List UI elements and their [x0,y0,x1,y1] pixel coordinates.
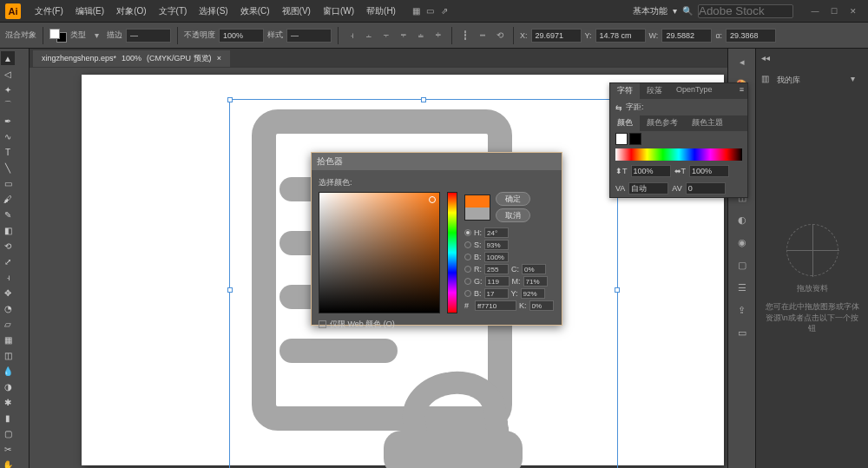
rectangle-tool[interactable]: ▭ [1,176,15,190]
menu-window[interactable]: 窗口(W) [318,3,359,20]
color-field[interactable] [319,192,440,313]
web-only-checkbox[interactable] [319,320,326,328]
r-radio[interactable] [464,266,471,273]
eyedropper-tool[interactable]: 💧 [1,364,15,378]
c-input[interactable] [522,264,546,274]
align-left-icon[interactable]: ⫞ [345,29,358,43]
hue-radio[interactable] [464,229,471,236]
w-input[interactable]: 29.5882 [661,29,712,43]
width-tool[interactable]: ⫞ [1,270,15,284]
distribute-h-icon[interactable]: ┇ [458,29,472,43]
graphic-styles-panel-icon[interactable]: ▢ [733,255,752,274]
transform-icon[interactable]: ⟲ [493,29,507,43]
opacity-dropdown[interactable]: 100% [219,29,264,43]
publish-icon[interactable]: ⇗ [437,4,451,18]
vscale-input[interactable] [689,165,729,177]
ok-button[interactable]: 确定 [496,192,530,206]
tab-color-theme[interactable]: 颜色主题 [685,115,730,131]
tab-character[interactable]: 字符 [610,83,640,99]
menu-effect[interactable]: 效果(C) [235,3,275,20]
search-input[interactable] [698,4,793,18]
sat-radio[interactable] [464,241,471,248]
y-input[interactable]: 14.78 cm [595,29,646,43]
hue-slider[interactable] [447,192,457,313]
chevron-down-icon[interactable]: ▾ [851,74,863,86]
artboard-tool[interactable]: ▢ [1,426,15,440]
align-bottom-icon[interactable]: ⫩ [431,29,445,43]
minimize-button[interactable]: — [806,5,825,17]
selection-handle[interactable] [227,287,233,293]
character-panel[interactable]: 字符 段落 OpenType ≡ ⇆ 字距: 颜色 颜色参考 颜色主题 ⬍T ⬌… [609,82,748,198]
menu-select[interactable]: 选择(S) [194,3,233,20]
scale-tool[interactable]: ⤢ [1,254,15,268]
blend-tool[interactable]: ◑ [1,379,15,393]
distribute-v-icon[interactable]: ┅ [476,29,490,43]
shape-builder-tool[interactable]: ◔ [1,301,15,315]
tracking-input[interactable] [628,182,668,194]
menu-edit[interactable]: 编辑(E) [70,3,109,20]
panel-collapse-icon[interactable]: ◂◂ [761,53,773,65]
menu-help[interactable]: 帮助(H) [361,3,401,20]
angle-input[interactable]: 29.3868 [726,29,776,43]
tab-color[interactable]: 颜色 [610,115,640,131]
swatch-white[interactable] [615,133,628,145]
g-input[interactable] [485,276,510,287]
drop-target-icon[interactable] [786,224,838,276]
menu-view[interactable]: 视图(V) [277,3,316,20]
align-right-icon[interactable]: ⫟ [379,29,393,43]
mesh-tool[interactable]: ▦ [1,333,15,346]
m-input[interactable] [523,276,548,287]
selection-handle[interactable] [227,97,233,102]
stroke-weight-dropdown[interactable]: — [126,29,171,43]
menu-file[interactable]: 文件(F) [30,3,69,20]
paintbrush-tool[interactable]: 🖌 [1,192,15,206]
layers-panel-icon[interactable]: ☰ [733,278,752,297]
bv-input[interactable] [484,288,509,299]
artboards-panel-icon[interactable]: ▭ [733,323,752,342]
eraser-tool[interactable]: ◧ [1,223,15,237]
maximize-button[interactable]: ☐ [825,5,844,17]
type-tool[interactable]: T [1,145,15,159]
direct-selection-tool[interactable]: ◁ [1,67,15,81]
perspective-tool[interactable]: ▱ [1,317,15,331]
selection-handle[interactable] [615,287,620,293]
rotate-tool[interactable]: ⟲ [1,239,15,253]
cancel-button[interactable]: 取消 [496,208,530,222]
style-dropdown[interactable]: — [286,29,332,43]
r-input[interactable] [484,264,509,274]
align-center-v-icon[interactable]: ⫨ [414,29,428,43]
g-radio[interactable] [464,278,471,285]
h-input[interactable] [484,227,509,238]
dialog-title[interactable]: 拾色器 [312,153,562,170]
tab-paragraph[interactable]: 段落 [640,83,669,99]
curvature-tool[interactable]: ∿ [1,129,15,143]
align-top-icon[interactable]: ⫧ [397,29,411,43]
hand-tool[interactable]: ✋ [1,458,15,468]
menu-object[interactable]: 对象(O) [111,3,151,20]
color-field-cursor[interactable] [429,196,436,203]
free-transform-tool[interactable]: ✥ [1,286,15,300]
s-input[interactable] [484,240,509,250]
color-picker-dialog[interactable]: 拾色器 选择颜色: 确定 取消 H: S: [311,152,562,326]
y-input[interactable] [521,288,545,299]
bri-radio[interactable] [464,254,471,260]
lasso-tool[interactable]: ⌒ [1,98,15,112]
close-button[interactable]: ✕ [844,5,863,17]
align-center-h-icon[interactable]: ⫠ [362,29,376,43]
library-name[interactable]: 我的库 [777,75,800,86]
menu-type[interactable]: 文字(T) [154,3,193,20]
transparency-panel-icon[interactable]: ◐ [733,210,752,229]
document-tab[interactable]: xingzhengshenp.eps* 100% (CMYK/GPU 预览) × [33,50,230,67]
fill-stroke-swatch[interactable] [49,29,67,43]
color-spectrum[interactable] [615,148,742,161]
hscale-input[interactable] [631,165,671,177]
hex-input[interactable] [475,300,516,311]
slice-tool[interactable]: ✂ [1,442,15,456]
selection-handle[interactable] [421,97,426,102]
magic-wand-tool[interactable]: ✦ [1,82,15,96]
asset-export-panel-icon[interactable]: ⇪ [733,300,752,320]
b-input[interactable] [484,252,509,262]
panel-menu-icon[interactable]: ≡ [736,83,747,99]
bridge-icon[interactable]: ▦ [410,4,424,18]
pencil-tool[interactable]: ✎ [1,208,15,221]
